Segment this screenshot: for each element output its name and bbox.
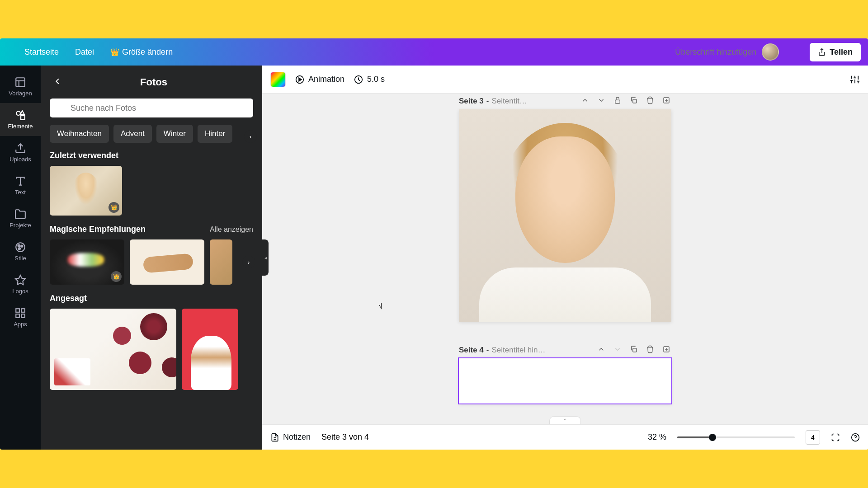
svg-point-4	[18, 245, 20, 247]
svg-rect-17	[633, 348, 637, 352]
duplicate-icon[interactable]	[629, 344, 639, 356]
rail-text[interactable]: Text	[0, 169, 41, 202]
recommend-heading: Magische Empfehlungen	[50, 225, 146, 234]
nav-rail: Vorlagen Elemente Uploads Text Projekte …	[0, 66, 41, 450]
svg-point-11	[58, 105, 64, 111]
context-toolbar: Animation 5.0 s	[262, 66, 868, 94]
search-icon	[56, 103, 66, 113]
svg-rect-7	[16, 309, 19, 312]
canvas-footer: Notizen Seite 3 von 4 32 % 4	[262, 424, 868, 450]
add-page-icon[interactable]	[661, 344, 671, 356]
crown-icon: 👑	[110, 48, 119, 56]
svg-rect-10	[21, 314, 25, 318]
svg-rect-8	[21, 309, 25, 312]
trending-thumb-1[interactable]	[50, 309, 176, 390]
help-button[interactable]	[851, 433, 860, 442]
move-up-icon[interactable]	[580, 95, 590, 107]
insights-button[interactable]	[797, 48, 804, 56]
home-button[interactable]: Startseite	[18, 44, 65, 61]
move-down-icon	[613, 344, 623, 356]
crown-icon: 👑	[111, 271, 122, 282]
file-button[interactable]: Datei	[69, 44, 100, 61]
notes-button[interactable]: Notizen	[270, 432, 311, 442]
avatar[interactable]	[762, 43, 779, 61]
panel-back-button[interactable]	[50, 74, 65, 90]
photos-panel: Fotos Weihnachten Advent Winter Hinter ›…	[41, 66, 262, 450]
canvas-area: Animation 5.0 s Seite 3 - Seitentit…	[262, 66, 868, 450]
page-3-canvas[interactable]	[459, 109, 671, 322]
resize-button[interactable]: 👑Größe ändern	[104, 44, 179, 61]
see-all-link[interactable]: Alle anzeigen	[210, 225, 253, 234]
search-input[interactable]	[50, 99, 253, 117]
background-color-button[interactable]	[270, 72, 286, 87]
duplicate-icon[interactable]	[629, 95, 639, 107]
search-field[interactable]	[71, 103, 247, 113]
recommend-next-button[interactable]: ›	[242, 256, 255, 268]
rail-elements[interactable]: Elemente	[0, 103, 41, 136]
page-4-header: Seite 4 - Seitentitel hin…	[459, 344, 671, 356]
chip-winter[interactable]: Winter	[156, 125, 193, 143]
rail-projects[interactable]: Projekte	[0, 202, 41, 235]
chip-hintergrund[interactable]: Hinter	[198, 125, 232, 143]
recommend-thumb-1[interactable]: 👑	[50, 239, 124, 285]
rail-uploads[interactable]: Uploads	[0, 136, 41, 169]
recommend-thumb-2[interactable]	[130, 239, 204, 285]
svg-point-6	[19, 248, 20, 249]
chips-next-button[interactable]: ›	[244, 130, 257, 143]
rail-styles[interactable]: Stile	[0, 235, 41, 268]
page-4-canvas[interactable]	[459, 358, 671, 404]
trending-heading: Angesagt	[50, 294, 87, 303]
zoom-percentage[interactable]: 32 %	[648, 432, 666, 442]
duration-button[interactable]: 5.0 s	[354, 75, 385, 84]
expand-pages-button[interactable]: ⌃	[549, 416, 581, 424]
delete-icon[interactable]	[645, 95, 655, 107]
delete-icon[interactable]	[645, 344, 655, 356]
page-grid-button[interactable]: 4	[806, 430, 820, 445]
collapse-panel-button[interactable]: ◂	[262, 239, 269, 276]
recent-photo-thumb[interactable]: 👑	[50, 166, 122, 216]
svg-point-5	[21, 245, 23, 247]
undo-button[interactable]	[183, 48, 190, 56]
add-member-button[interactable]	[784, 48, 792, 56]
rail-logos[interactable]: Logos	[0, 268, 41, 301]
svg-rect-2	[21, 116, 25, 120]
crown-icon: 👑	[108, 202, 119, 213]
panel-title: Fotos	[72, 76, 235, 88]
add-page-icon[interactable]	[661, 95, 671, 107]
svg-rect-15	[633, 99, 637, 103]
recommend-thumb-3[interactable]	[210, 239, 232, 285]
page-title-input[interactable]: Seitentitel hin…	[491, 346, 594, 355]
chip-advent[interactable]: Advent	[113, 125, 152, 143]
svg-rect-14	[615, 100, 620, 103]
cloud-sync-icon[interactable]	[204, 48, 212, 56]
app-topbar: Startseite Datei 👑Größe ändern Teilen	[0, 38, 868, 66]
rail-templates[interactable]: Vorlagen	[0, 70, 41, 103]
design-title-input[interactable]	[639, 47, 756, 57]
lock-icon[interactable]	[613, 95, 623, 107]
trending-thumb-2[interactable]	[182, 309, 238, 390]
page-title-input[interactable]: Seitentit…	[491, 97, 577, 106]
fullscreen-button[interactable]	[831, 433, 840, 442]
svg-rect-0	[16, 78, 25, 87]
back-icon[interactable]	[7, 48, 14, 56]
rail-apps[interactable]: Apps	[0, 301, 41, 334]
svg-rect-9	[16, 314, 19, 318]
move-up-icon[interactable]	[596, 344, 606, 356]
settings-icon[interactable]	[850, 75, 860, 84]
recent-heading: Zuletzt verwendet	[50, 151, 118, 160]
chip-weihnachten[interactable]: Weihnachten	[50, 125, 109, 143]
redo-button[interactable]	[193, 48, 201, 56]
move-down-icon[interactable]	[596, 95, 606, 107]
page-label: Seite 4	[459, 346, 484, 355]
zoom-slider[interactable]	[677, 436, 795, 438]
share-button[interactable]: Teilen	[810, 43, 861, 61]
page-label: Seite 3	[459, 97, 484, 106]
page-3-header: Seite 3 - Seitentit…	[459, 95, 671, 107]
page-indicator: Seite 3 von 4	[321, 432, 369, 442]
animation-button[interactable]: Animation	[295, 75, 344, 84]
svg-point-3	[16, 243, 25, 252]
